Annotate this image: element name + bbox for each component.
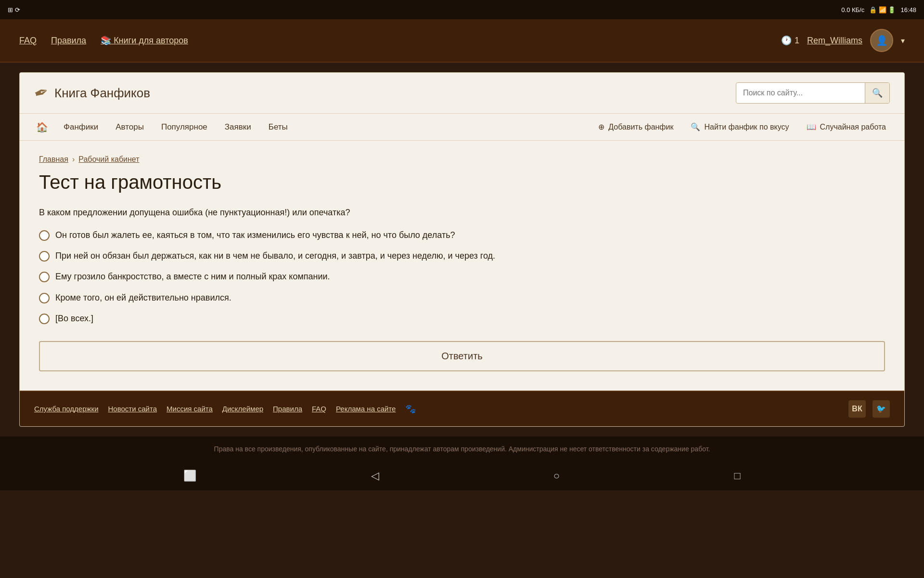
rules-link[interactable]: Правила (51, 36, 86, 46)
network-speed: 0.0 КБ/с (841, 6, 864, 13)
breadcrumb-home[interactable]: Главная (39, 155, 68, 164)
page-title: Тест на грамотность (39, 171, 885, 193)
option-5: [Во всех.] (39, 313, 885, 325)
main-wrapper: ✒ Книга Фанфиков 🔍 🏠 Фанфики Авторы Попу… (0, 63, 924, 436)
status-icons: ⊞ ⟳ (8, 6, 20, 13)
site-header: ✒ Книга Фанфиков 🔍 (20, 73, 904, 114)
radio-3[interactable] (39, 272, 50, 282)
dropdown-arrow[interactable]: ▾ (901, 36, 905, 45)
footer-rules[interactable]: Правила (273, 405, 302, 413)
notification-badge[interactable]: 🕐 1 (781, 35, 799, 46)
site-footer: Служба поддержки Новости сайта Миссия са… (20, 391, 904, 426)
multiwindow-button[interactable]: ⬜ (183, 470, 196, 482)
home-button[interactable]: ○ (553, 470, 560, 482)
status-bar: ⊞ ⟳ 0.0 КБ/с 🔒 📶 🔋 16:48 (0, 0, 924, 19)
random-work-action[interactable]: 📖 Случайная работа (798, 114, 895, 141)
nav-authors[interactable]: Авторы (107, 114, 153, 141)
paw-icon: 🐾 (405, 404, 416, 414)
breadcrumb-separator: › (72, 155, 75, 164)
recents-button[interactable]: □ (734, 470, 741, 482)
nav-requests[interactable]: Заявки (216, 114, 260, 141)
site-logo[interactable]: ✒ Книга Фанфиков (34, 83, 150, 103)
option-1: Он готов был жалеть ее, каяться в том, ч… (39, 229, 885, 241)
android-navigation: ⬜ ◁ ○ □ (0, 461, 924, 490)
books-for-authors-link[interactable]: 📚 Книги для авторов (101, 35, 188, 46)
option-text-1: Он готов был жалеть ее, каяться в том, ч… (55, 229, 455, 241)
option-text-3: Ему грозило банкростство, а вместе с ним… (55, 271, 330, 283)
username-link[interactable]: Rem_Williams (807, 36, 862, 46)
top-nav-right: 🕐 1 Rem_Williams 👤 ▾ (781, 29, 905, 52)
avatar-image: 👤 (876, 35, 888, 46)
search-input[interactable] (736, 84, 865, 102)
status-icons-right: 🔒 📶 🔋 (869, 6, 896, 13)
add-fanfic-action[interactable]: ⊕ Добавить фанфик (590, 114, 682, 141)
footer-news[interactable]: Новости сайта (108, 405, 157, 413)
avatar[interactable]: 👤 (870, 29, 893, 52)
radio-5[interactable] (39, 314, 50, 324)
find-fanfic-action[interactable]: 🔍 Найти фанфик по вкусу (682, 114, 797, 141)
radio-4[interactable] (39, 293, 50, 303)
nav-popular[interactable]: Популярное (153, 114, 216, 141)
option-3: Ему грозило банкростство, а вместе с ним… (39, 271, 885, 283)
radio-1[interactable] (39, 230, 50, 241)
option-4: Кроме того, он ей действительно нравился… (39, 292, 885, 304)
footer-ads[interactable]: Реклама на сайте (336, 405, 396, 413)
breadcrumb-current[interactable]: Рабочий кабинет (78, 155, 139, 164)
footer-support[interactable]: Служба поддержки (34, 405, 99, 413)
footer-faq[interactable]: FAQ (312, 405, 326, 413)
option-text-2: При ней он обязан был держаться, как ни … (55, 250, 495, 262)
twitter-button[interactable]: 🐦 (873, 400, 890, 418)
option-text-4: Кроме того, он ей действительно нравился… (55, 292, 231, 304)
back-button[interactable]: ◁ (371, 470, 379, 482)
submit-button[interactable]: Ответить (39, 341, 885, 371)
page-content: Главная › Рабочий кабинет Тест на грамот… (20, 141, 904, 391)
logo-text: Книга Фанфиков (54, 86, 150, 101)
nav-fanfics[interactable]: Фанфики (55, 114, 107, 141)
search-box: 🔍 (736, 82, 890, 104)
top-nav-left: FAQ Правила 📚 Книги для авторов (19, 35, 188, 46)
content-box: ✒ Книга Фанфиков 🔍 🏠 Фанфики Авторы Попу… (19, 72, 905, 427)
radio-2[interactable] (39, 251, 50, 262)
logo-icon: ✒ (31, 81, 52, 105)
footer-mission[interactable]: Миссия сайта (167, 405, 213, 413)
question-text: В каком предложении допущена ошибка (не … (39, 208, 885, 218)
search-nav-icon: 🔍 (691, 122, 700, 131)
clock: 16:48 (900, 6, 916, 13)
notif-icon: 🕐 (781, 35, 792, 46)
copyright-text: Права на все произведения, опубликованны… (214, 445, 710, 453)
option-text-5: [Во всех.] (55, 313, 93, 325)
option-2: При ней он обязан был держаться, как ни … (39, 250, 885, 262)
footer-social: ВК 🐦 (848, 400, 890, 418)
nav-betas[interactable]: Беты (260, 114, 296, 141)
notif-count: 1 (795, 36, 799, 46)
nav-home[interactable]: 🏠 (29, 114, 55, 141)
breadcrumb: Главная › Рабочий кабинет (39, 155, 885, 164)
main-nav-actions: ⊕ Добавить фанфик 🔍 Найти фанфик по вкус… (590, 114, 895, 141)
search-button[interactable]: 🔍 (865, 83, 889, 103)
status-bar-right: 0.0 КБ/с 🔒 📶 🔋 16:48 (841, 6, 916, 13)
status-bar-left: ⊞ ⟳ (8, 6, 20, 13)
top-navigation: FAQ Правила 📚 Книги для авторов 🕐 1 Rem_… (0, 19, 924, 63)
footer-links: Служба поддержки Новости сайта Миссия са… (34, 404, 416, 414)
book-icon: 📚 (101, 36, 111, 45)
plus-icon: ⊕ (598, 122, 604, 131)
footer-disclaimer[interactable]: Дисклеймер (222, 405, 263, 413)
faq-link[interactable]: FAQ (19, 36, 37, 46)
vk-button[interactable]: ВК (848, 400, 866, 418)
random-icon: 📖 (807, 122, 816, 131)
copyright-bar: Права на все произведения, опубликованны… (0, 436, 924, 461)
main-navigation: 🏠 Фанфики Авторы Популярное Заявки Беты … (20, 114, 904, 141)
